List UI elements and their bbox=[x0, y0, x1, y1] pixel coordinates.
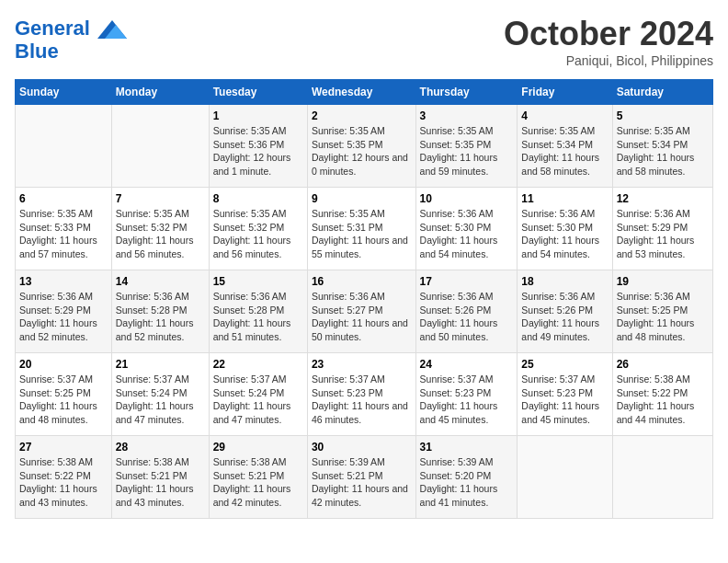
calendar-cell: 2Sunrise: 5:35 AM Sunset: 5:35 PM Daylig… bbox=[307, 105, 415, 188]
calendar-cell: 31Sunrise: 5:39 AM Sunset: 5:20 PM Dayli… bbox=[415, 436, 518, 519]
month-title: October 2024 bbox=[504, 15, 713, 53]
calendar-cell: 5Sunrise: 5:35 AM Sunset: 5:34 PM Daylig… bbox=[612, 105, 712, 188]
day-info: Sunrise: 5:39 AM Sunset: 5:20 PM Dayligh… bbox=[420, 455, 514, 510]
day-number: 7 bbox=[116, 192, 205, 205]
calendar-cell: 9Sunrise: 5:35 AM Sunset: 5:31 PM Daylig… bbox=[307, 188, 415, 270]
day-info: Sunrise: 5:37 AM Sunset: 5:25 PM Dayligh… bbox=[19, 373, 108, 427]
calendar-cell bbox=[111, 105, 209, 188]
calendar-table: SundayMondayTuesdayWednesdayThursdayFrid… bbox=[15, 79, 713, 519]
calendar-cell: 16Sunrise: 5:36 AM Sunset: 5:27 PM Dayli… bbox=[307, 270, 415, 353]
day-number: 22 bbox=[213, 358, 303, 371]
day-info: Sunrise: 5:38 AM Sunset: 5:21 PM Dayligh… bbox=[116, 455, 205, 510]
calendar-cell bbox=[16, 105, 112, 188]
calendar-cell: 18Sunrise: 5:36 AM Sunset: 5:26 PM Dayli… bbox=[518, 270, 612, 353]
day-info: Sunrise: 5:36 AM Sunset: 5:30 PM Dayligh… bbox=[521, 207, 608, 261]
day-info: Sunrise: 5:36 AM Sunset: 5:26 PM Dayligh… bbox=[521, 290, 608, 344]
day-number: 10 bbox=[420, 192, 514, 205]
calendar-cell: 29Sunrise: 5:38 AM Sunset: 5:21 PM Dayli… bbox=[209, 436, 307, 519]
day-number: 2 bbox=[312, 109, 412, 122]
day-number: 20 bbox=[19, 358, 108, 371]
day-info: Sunrise: 5:36 AM Sunset: 5:26 PM Dayligh… bbox=[420, 290, 514, 344]
calendar-cell: 25Sunrise: 5:37 AM Sunset: 5:23 PM Dayli… bbox=[518, 353, 612, 436]
day-number: 29 bbox=[213, 441, 303, 454]
day-info: Sunrise: 5:39 AM Sunset: 5:21 PM Dayligh… bbox=[312, 455, 412, 510]
day-info: Sunrise: 5:35 AM Sunset: 5:36 PM Dayligh… bbox=[213, 124, 303, 178]
column-header-friday: Friday bbox=[518, 80, 612, 105]
day-info: Sunrise: 5:37 AM Sunset: 5:24 PM Dayligh… bbox=[213, 373, 303, 427]
day-info: Sunrise: 5:35 AM Sunset: 5:32 PM Dayligh… bbox=[213, 207, 303, 261]
day-number: 14 bbox=[116, 275, 205, 288]
day-number: 17 bbox=[420, 275, 514, 288]
calendar-cell: 19Sunrise: 5:36 AM Sunset: 5:25 PM Dayli… bbox=[612, 270, 712, 353]
page-header: General Blue October 2024 Paniqui, Bicol… bbox=[15, 15, 713, 68]
day-info: Sunrise: 5:37 AM Sunset: 5:23 PM Dayligh… bbox=[420, 373, 514, 427]
day-info: Sunrise: 5:38 AM Sunset: 5:21 PM Dayligh… bbox=[213, 455, 303, 510]
day-info: Sunrise: 5:37 AM Sunset: 5:24 PM Dayligh… bbox=[116, 373, 205, 427]
day-number: 4 bbox=[521, 109, 608, 122]
day-info: Sunrise: 5:36 AM Sunset: 5:27 PM Dayligh… bbox=[312, 290, 412, 344]
calendar-cell: 24Sunrise: 5:37 AM Sunset: 5:23 PM Dayli… bbox=[415, 353, 518, 436]
day-number: 26 bbox=[617, 358, 709, 371]
column-header-wednesday: Wednesday bbox=[307, 80, 415, 105]
column-header-monday: Monday bbox=[111, 80, 209, 105]
day-number: 30 bbox=[312, 441, 412, 454]
calendar-week-row: 27Sunrise: 5:38 AM Sunset: 5:22 PM Dayli… bbox=[16, 436, 713, 519]
day-number: 27 bbox=[19, 441, 108, 454]
day-info: Sunrise: 5:36 AM Sunset: 5:25 PM Dayligh… bbox=[617, 290, 709, 344]
day-info: Sunrise: 5:36 AM Sunset: 5:28 PM Dayligh… bbox=[213, 290, 303, 344]
calendar-cell: 15Sunrise: 5:36 AM Sunset: 5:28 PM Dayli… bbox=[209, 270, 307, 353]
day-info: Sunrise: 5:36 AM Sunset: 5:30 PM Dayligh… bbox=[420, 207, 514, 261]
column-header-sunday: Sunday bbox=[16, 80, 112, 105]
day-number: 3 bbox=[420, 109, 514, 122]
location: Paniqui, Bicol, Philippines bbox=[504, 53, 713, 68]
day-info: Sunrise: 5:35 AM Sunset: 5:35 PM Dayligh… bbox=[312, 124, 412, 178]
day-number: 18 bbox=[521, 275, 608, 288]
calendar-cell: 30Sunrise: 5:39 AM Sunset: 5:21 PM Dayli… bbox=[307, 436, 415, 519]
day-info: Sunrise: 5:36 AM Sunset: 5:29 PM Dayligh… bbox=[617, 207, 709, 261]
calendar-cell: 28Sunrise: 5:38 AM Sunset: 5:21 PM Dayli… bbox=[111, 436, 209, 519]
calendar-header-row: SundayMondayTuesdayWednesdayThursdayFrid… bbox=[16, 80, 713, 105]
calendar-cell bbox=[518, 436, 612, 519]
calendar-week-row: 6Sunrise: 5:35 AM Sunset: 5:33 PM Daylig… bbox=[16, 188, 713, 270]
day-number: 25 bbox=[521, 358, 608, 371]
calendar-week-row: 20Sunrise: 5:37 AM Sunset: 5:25 PM Dayli… bbox=[16, 353, 713, 436]
calendar-cell: 11Sunrise: 5:36 AM Sunset: 5:30 PM Dayli… bbox=[518, 188, 612, 270]
calendar-cell bbox=[612, 436, 712, 519]
day-number: 31 bbox=[420, 441, 514, 454]
day-info: Sunrise: 5:35 AM Sunset: 5:33 PM Dayligh… bbox=[19, 207, 108, 261]
column-header-saturday: Saturday bbox=[612, 80, 712, 105]
title-block: October 2024 Paniqui, Bicol, Philippines bbox=[504, 15, 713, 68]
day-info: Sunrise: 5:35 AM Sunset: 5:34 PM Dayligh… bbox=[521, 124, 608, 178]
calendar-cell: 8Sunrise: 5:35 AM Sunset: 5:32 PM Daylig… bbox=[209, 188, 307, 270]
day-number: 16 bbox=[312, 275, 412, 288]
day-number: 8 bbox=[213, 192, 303, 205]
day-info: Sunrise: 5:35 AM Sunset: 5:32 PM Dayligh… bbox=[116, 207, 205, 261]
calendar-cell: 23Sunrise: 5:37 AM Sunset: 5:23 PM Dayli… bbox=[307, 353, 415, 436]
calendar-cell: 4Sunrise: 5:35 AM Sunset: 5:34 PM Daylig… bbox=[518, 105, 612, 188]
day-number: 13 bbox=[19, 275, 108, 288]
day-info: Sunrise: 5:37 AM Sunset: 5:23 PM Dayligh… bbox=[312, 373, 412, 427]
day-info: Sunrise: 5:38 AM Sunset: 5:22 PM Dayligh… bbox=[617, 373, 709, 427]
column-header-tuesday: Tuesday bbox=[209, 80, 307, 105]
day-number: 24 bbox=[420, 358, 514, 371]
day-number: 1 bbox=[213, 109, 303, 122]
calendar-cell: 3Sunrise: 5:35 AM Sunset: 5:35 PM Daylig… bbox=[415, 105, 518, 188]
calendar-cell: 7Sunrise: 5:35 AM Sunset: 5:32 PM Daylig… bbox=[111, 188, 209, 270]
calendar-week-row: 13Sunrise: 5:36 AM Sunset: 5:29 PM Dayli… bbox=[16, 270, 713, 353]
day-number: 19 bbox=[617, 275, 709, 288]
day-number: 6 bbox=[19, 192, 108, 205]
calendar-cell: 20Sunrise: 5:37 AM Sunset: 5:25 PM Dayli… bbox=[16, 353, 112, 436]
day-number: 11 bbox=[521, 192, 608, 205]
day-number: 28 bbox=[116, 441, 205, 454]
day-number: 23 bbox=[312, 358, 412, 371]
day-info: Sunrise: 5:35 AM Sunset: 5:34 PM Dayligh… bbox=[617, 124, 709, 178]
day-info: Sunrise: 5:36 AM Sunset: 5:29 PM Dayligh… bbox=[19, 290, 108, 344]
calendar-cell: 21Sunrise: 5:37 AM Sunset: 5:24 PM Dayli… bbox=[111, 353, 209, 436]
calendar-cell: 17Sunrise: 5:36 AM Sunset: 5:26 PM Dayli… bbox=[415, 270, 518, 353]
day-number: 12 bbox=[617, 192, 709, 205]
column-header-thursday: Thursday bbox=[415, 80, 518, 105]
day-number: 5 bbox=[617, 109, 709, 122]
calendar-cell: 6Sunrise: 5:35 AM Sunset: 5:33 PM Daylig… bbox=[16, 188, 112, 270]
day-info: Sunrise: 5:38 AM Sunset: 5:22 PM Dayligh… bbox=[19, 455, 108, 510]
calendar-cell: 14Sunrise: 5:36 AM Sunset: 5:28 PM Dayli… bbox=[111, 270, 209, 353]
